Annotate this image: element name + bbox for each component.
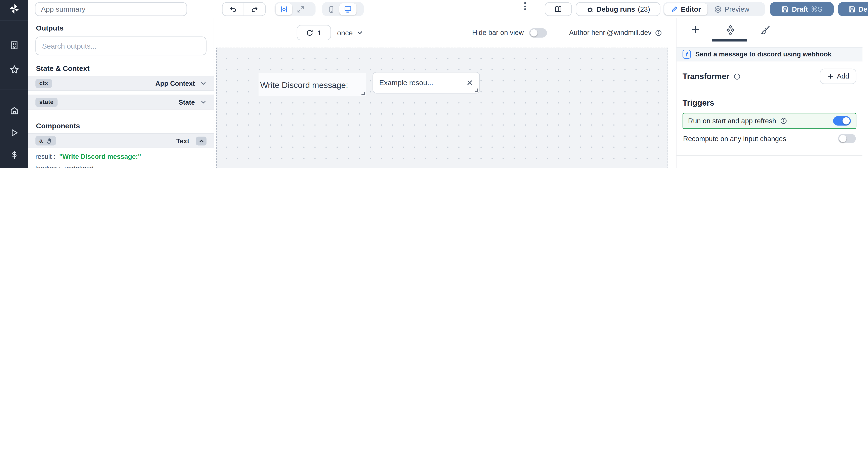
components-title: Components [36,122,206,130]
tab-insert-plus-icon[interactable] [691,25,700,34]
debug-runs-button[interactable]: Debug runs (23) [576,2,660,16]
active-tab-underline [712,39,747,41]
ctx-type-label: App Context [155,79,195,87]
right-panel-tabs [677,18,863,42]
refresh-count: 1 [317,29,321,37]
rail-divider [0,20,28,21]
center-column: 1 once Hide bar on view Author henri@win… [214,18,676,168]
left-icon-rail [0,0,28,168]
info-icon [780,117,787,125]
state-row[interactable]: state State [28,95,214,109]
kv-a-loading: loadingundefined [35,162,206,168]
deploy-button[interactable]: Deploy [838,2,868,16]
refresh-icon [306,29,314,36]
tab-style-paintbrush-icon[interactable] [761,25,771,35]
tab-preview[interactable]: Preview [708,3,756,15]
component-a-badge: a [35,136,56,145]
app-canvas[interactable]: Write Discord message: Example resou... … [216,47,668,168]
function-icon [683,50,691,59]
section-divider [677,156,863,156]
variables-dollar-icon[interactable] [10,151,19,159]
windmill-logo-icon[interactable] [8,3,20,15]
ctx-badge: ctx [35,79,52,88]
hide-bar-toggle[interactable] [529,28,547,37]
state-context-title: State & Context [36,64,206,72]
favorites-star-icon[interactable] [9,65,19,75]
component-settings-panel: Send a message to discord using webhook … [676,18,868,168]
tab-settings-components-icon[interactable] [725,25,736,35]
top-toolbar: App summary [28,0,868,18]
author-label: Author henri@windmill.dev [569,29,651,37]
triggers-heading: Triggers [683,98,856,107]
run-on-start-label: Run on start and app refresh [688,117,776,125]
fullscreen-button[interactable] [292,3,309,15]
desktop-view-button[interactable] [339,3,356,15]
text-component[interactable]: Write Discord message: [258,73,366,96]
docs-book-button[interactable] [545,2,572,16]
editor-preview-toggle: Editor Preview [663,2,765,16]
resize-handle[interactable] [362,92,365,95]
undo-redo-group [222,2,266,16]
recompute-label: Recompute on any input changes [683,135,786,142]
rail-divider [0,90,28,90]
mobile-view-button[interactable] [323,3,339,15]
recompute-toggle[interactable] [838,134,856,143]
plus-icon [827,73,833,80]
recompute-row: Recompute on any input changes [683,134,856,143]
windmill-app-editor: App summary [0,0,868,168]
run-on-start-row: Run on start and app refresh [683,113,856,129]
refresh-count-button[interactable]: 1 [297,25,331,40]
selected-runnable-title: Send a message to discord using webhook [695,51,831,58]
draft-button[interactable]: Draft ⌘S [770,2,834,16]
more-options-kebab-icon[interactable] [524,2,526,16]
redo-button[interactable] [244,3,265,15]
resize-handle[interactable] [475,89,478,92]
app-summary-input[interactable]: App summary [35,2,187,16]
chevron-down-icon [356,29,363,36]
clear-x-icon[interactable] [466,79,473,86]
chevron-up-icon[interactable] [196,136,206,145]
search-placeholder: Search outputs... [42,42,96,50]
info-icon [655,29,662,36]
state-badge: state [35,98,57,106]
device-toggle-group [322,2,364,16]
tab-preview-label: Preview [725,5,749,13]
debug-runs-label: Debug runs [596,5,635,13]
drag-hand-icon [45,137,52,144]
search-outputs-input[interactable]: Search outputs... [35,37,206,56]
text-component-value: Write Discord message: [258,80,348,89]
tab-editor[interactable]: Editor [664,3,708,15]
home-icon[interactable] [9,106,19,116]
outputs-title: Outputs [36,24,206,32]
kv-a-result: result"Write Discord message:" [35,151,206,162]
deploy-label: Deploy [858,5,868,13]
selected-runnable-header: Send a message to discord using webhook [677,47,863,61]
runs-play-icon[interactable] [10,128,19,137]
chevron-down-icon[interactable] [200,80,206,86]
debug-runs-count: (23) [638,5,650,13]
layout-toggle-group [275,2,316,16]
component-a-type: Text [176,137,189,145]
resource-select-value: Example resou... [379,78,433,87]
draft-shortcut: ⌘S [811,5,822,13]
tab-editor-label: Editor [681,5,701,13]
ctx-row[interactable]: ctx App Context [28,76,214,91]
center-layout-button[interactable] [276,3,292,15]
run-on-start-toggle[interactable] [833,116,851,126]
outputs-panel: Outputs Search outputs... State & Contex… [28,18,214,168]
resource-select-component[interactable]: Example resou... [373,72,480,93]
workspace-icon[interactable] [9,40,19,50]
mode-dropdown[interactable]: once [337,25,363,40]
chevron-down-icon[interactable] [200,99,206,105]
canvas-toolbar: 1 once Hide bar on view Author henri@win… [214,18,676,47]
app-summary-value: App summary [41,5,85,13]
state-type-label: State [179,98,195,106]
hide-bar-label: Hide bar on view [472,29,524,37]
draft-label: Draft [792,5,808,13]
add-transformer-button[interactable]: Add [820,69,857,84]
mode-value: once [337,29,353,37]
transformer-label: Transformer [683,72,730,81]
undo-button[interactable] [223,3,244,15]
component-row-a[interactable]: a Text [28,133,214,148]
info-icon [733,73,740,80]
